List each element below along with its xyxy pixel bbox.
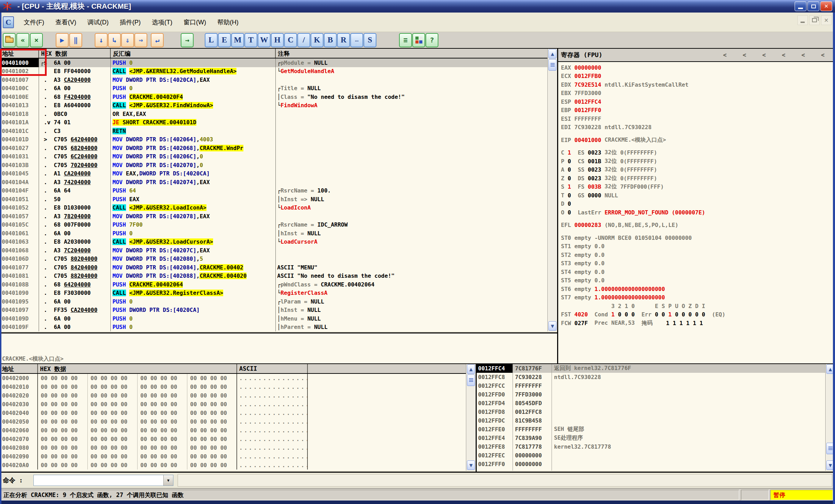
close-program-button[interactable]: × <box>30 33 43 47</box>
dump-scrollbar[interactable]: ▲ ▼ <box>466 364 476 471</box>
menu-item-5[interactable]: 选项(T) <box>146 13 178 32</box>
register-line[interactable]: ST5 empty 0.0 <box>558 276 835 285</box>
collapse-chevron-icon[interactable]: < <box>723 52 727 58</box>
disasm-row[interactable]: 0040105C . 68 007F0000PUSH 7F00┌RsrcName… <box>0 221 547 229</box>
register-line[interactable]: EBX 7FFD3000 <box>558 89 835 98</box>
scroll-up-button[interactable]: ▲ <box>467 364 475 374</box>
scroll-thumb[interactable] <box>467 375 475 386</box>
dump-row[interactable]: 0040201000 00 00 0000 00 00 0000 00 00 0… <box>0 383 476 391</box>
disasm-row[interactable]: 00401002 . E8 FF040000CALL <JMP.&KERNEL3… <box>0 67 547 76</box>
disasm-row[interactable]: 0040101D > C705 64204000MOV DWORD PTR DS… <box>0 135 547 144</box>
close-window-button[interactable]: ✕ <box>820 1 832 11</box>
scroll-down-button[interactable]: ▼ <box>548 321 556 331</box>
step-over-button[interactable]: ↳ <box>108 33 121 47</box>
dump-row[interactable]: 0040207000 00 00 0000 00 00 0000 00 00 0… <box>0 435 476 443</box>
source-window-button[interactable]: S <box>364 33 376 47</box>
register-line[interactable]: 3 2 1 0 E S P U O Z D I <box>558 302 835 310</box>
disasm-row[interactable]: 00401077 . C705 84204000MOV DWORD PTR DS… <box>0 263 547 272</box>
command-combobox[interactable]: ▼ <box>33 475 173 486</box>
stack-row[interactable]: 0012FFCCFFFFFFFF <box>477 381 835 390</box>
register-line[interactable]: S 1 FS 003B 32位 7FFDF000(FFF) <box>558 183 835 191</box>
disasm-row[interactable]: 00401031 . C705 6C204000MOV DWORD PTR DS… <box>0 152 547 161</box>
disasm-row[interactable]: 0040101C . C3RETN <box>0 127 547 135</box>
child-minimize-button[interactable] <box>797 15 808 25</box>
register-line[interactable]: FCW 027F Prec NEAR,53 掩码 1 1 1 1 1 1 <box>558 319 835 328</box>
disasm-row[interactable]: 00401000┌$ 6A 00PUSH 0┌pModule = NULL <box>0 58 547 67</box>
disasm-row[interactable]: 00401063 . E8 A2030000CALL <JMP.&USER32.… <box>0 238 547 246</box>
stack-row[interactable]: 0012FFF400000000 <box>477 468 835 471</box>
menu-item-6[interactable]: 窗口(W) <box>178 13 212 32</box>
disasm-row[interactable]: 00401052 . E8 D1030000CALL <JMP.&USER32.… <box>0 204 547 212</box>
register-line[interactable]: ST0 empty -UNORM BCE0 01050104 00000000 <box>558 234 835 242</box>
menu-item-7[interactable]: 帮助(H) <box>212 13 244 32</box>
disasm-row[interactable]: 00401061 . 6A 00PUSH 0│hInst = NULL <box>0 229 547 238</box>
stack-row[interactable]: 0012FFD80012FFC8 <box>477 408 835 416</box>
command-input[interactable] <box>34 475 163 486</box>
disasm-row[interactable]: 00401018 . 0BC0OR EAX,EAX <box>0 110 547 118</box>
register-line[interactable]: Z 0 DS 0023 32位 0(FFFFFFFF) <box>558 174 835 183</box>
register-line[interactable]: EAX 00000000 <box>558 63 835 72</box>
register-line[interactable]: ST1 empty 0.0 <box>558 242 835 251</box>
disasm-row[interactable]: 0040100E . 68 F4204000PUSH CRACKME.00402… <box>0 93 547 101</box>
disasm-row[interactable]: 00401045 . A1 CA204000MOV EAX,DWORD PTR … <box>0 170 547 178</box>
scroll-thumb[interactable] <box>548 59 556 71</box>
stack-row[interactable]: 0012FFDC81C9B458 <box>477 416 835 425</box>
register-line[interactable]: EDX 7C92E514 ntdll.KiFastSystemCallRet <box>558 80 835 89</box>
open-file-button[interactable] <box>3 33 16 47</box>
breakpoints-window-button[interactable]: B <box>324 33 337 47</box>
disasm-row[interactable]: 0040109F . 6A 00PUSH 0│hParent = NULL <box>0 323 547 332</box>
stack-row[interactable]: 0012FFD480545DFD <box>477 399 835 408</box>
register-line[interactable]: FST 4020 Cond 1 0 0 0 Err 0 0 1 0 0 0 0 … <box>558 310 835 319</box>
register-line[interactable]: ST3 empty 0.0 <box>558 259 835 268</box>
menu-item-1[interactable]: 文件(F) <box>18 13 50 32</box>
stack-row[interactable]: 0012FFC47C81776F返回到 kernel32.7C81776F <box>477 364 835 373</box>
disasm-row[interactable]: 0040103B . C705 70204000MOV DWORD PTR DS… <box>0 161 547 170</box>
help-button[interactable]: ? <box>426 33 438 47</box>
dump-row[interactable]: 0040209000 00 00 0000 00 00 0000 00 00 0… <box>0 452 476 461</box>
disasm-row[interactable]: 00401057 . A3 78204000MOV DWORD PTR DS:[… <box>0 212 547 221</box>
register-line[interactable]: EFL 00000283 (NO,B,NE,BE,S,PO,L,LE) <box>558 221 835 230</box>
disasm-row[interactable]: 00401027 . C705 68204000MOV DWORD PTR DS… <box>0 144 547 152</box>
dump-row[interactable]: 0040200000 00 00 0000 00 00 0000 00 00 0… <box>0 374 476 383</box>
register-line[interactable]: ECX 0012FFB0 <box>558 72 835 81</box>
handles-window-button[interactable]: H <box>271 33 284 47</box>
registers-chevrons[interactable]: <<<<<< <box>723 52 825 58</box>
disasm-row[interactable]: 0040100C . 6A 00PUSH 0┌Title = NULL <box>0 84 547 93</box>
collapse-chevron-icon[interactable]: < <box>802 52 805 58</box>
patches-window-button[interactable]: / <box>297 33 310 47</box>
child-restore-button[interactable] <box>809 15 820 25</box>
register-line[interactable]: EIP 00401000 CRACKME.<模块入口点> <box>558 136 835 144</box>
menu-item-3[interactable]: 调试(D) <box>82 13 114 32</box>
disasm-row[interactable]: 0040101A .v 74 01JE SHORT CRACKME.004010… <box>0 118 547 127</box>
register-line[interactable]: O 0 LastErr ERROR_MOD_NOT_FOUND (0000007… <box>558 208 835 217</box>
stack-row[interactable]: 0012FFE87C817778kernel32.7C817778 <box>477 442 835 451</box>
dump-row[interactable]: 004020A000 00 00 0000 00 00 0000 00 00 0… <box>0 461 476 470</box>
disasm-row[interactable]: 00401095 . 6A 00PUSH 0┌lParam = NULL <box>0 297 547 306</box>
dropdown-arrow-icon[interactable]: ▼ <box>163 475 173 486</box>
dump-row[interactable]: 0040206000 00 00 0000 00 00 0000 00 00 0… <box>0 426 476 435</box>
disasm-row[interactable]: 00401097 . FF35 CA204000PUSH DWORD PTR D… <box>0 306 547 315</box>
disasm-row[interactable]: 0040106D . C705 80204000MOV DWORD PTR DS… <box>0 255 547 263</box>
log-window-button[interactable]: L <box>205 33 218 47</box>
disasm-row[interactable]: 00401013 . E8 A6040000CALL <JMP.&USER32.… <box>0 101 547 110</box>
disasm-row[interactable]: 00401068 . A3 7C204000MOV DWORD PTR DS:[… <box>0 246 547 255</box>
register-line[interactable]: ST2 empty 0.0 <box>558 251 835 259</box>
disasm-row[interactable]: 0040104F . 6A 64PUSH 64┌RsrcName = 100. <box>0 187 547 195</box>
memory-window-button[interactable]: M <box>231 33 244 47</box>
pause-button[interactable]: ‖ <box>69 33 82 47</box>
cpu-window-button[interactable]: C <box>284 33 297 47</box>
scroll-up-button[interactable]: ▲ <box>548 49 556 58</box>
dump-row[interactable]: 0040205000 00 00 0000 00 00 0000 00 00 0… <box>0 417 476 426</box>
execute-till-return-button[interactable]: ↵ <box>151 33 164 47</box>
stack-row[interactable]: 0012FFE0FFFFFFFFSEH 链尾部 <box>477 425 835 434</box>
dump-row[interactable]: 0040208000 00 00 0000 00 00 0000 00 00 0… <box>0 443 476 452</box>
run-trace-button[interactable]: ... <box>350 33 363 47</box>
stack-row[interactable]: 0012FFF000000000 <box>477 460 835 468</box>
register-line[interactable]: C 1 ES 0023 32位 0(FFFFFFFF) <box>558 149 835 157</box>
disasm-row[interactable]: 00401090 . E8 F3030000CALL <JMP.&USER32.… <box>0 289 547 298</box>
threads-window-button[interactable]: T <box>244 33 257 47</box>
stack-row[interactable]: 0012FFE47C839A90SE处理程序 <box>477 434 835 442</box>
dump-row[interactable]: 0040204000 00 00 0000 00 00 0000 00 00 0… <box>0 409 476 417</box>
register-line[interactable]: EDI 7C930228 ntdll.7C930228 <box>558 123 835 132</box>
disasm-row[interactable]: 00401007 . A3 CA204000MOV DWORD PTR DS:[… <box>0 76 547 84</box>
